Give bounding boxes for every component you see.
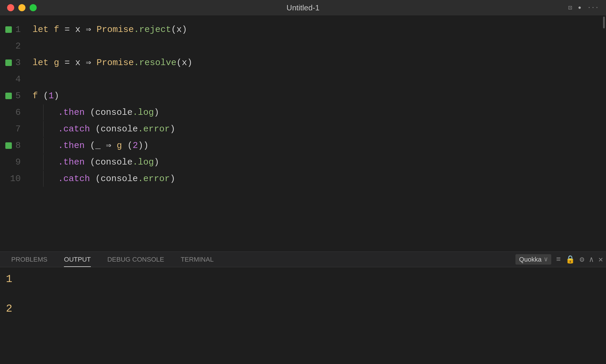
- code-line-9: .then (console.log): [33, 154, 606, 170]
- tab-terminal-label: TERMINAL: [181, 256, 214, 263]
- code-editor[interactable]: let f = x ⇒ Promise.reject(x) let g = x …: [27, 15, 606, 252]
- output-source-selector[interactable]: Quokka ∨: [515, 254, 551, 265]
- paren-8b: (: [127, 140, 133, 152]
- line-num-5: 5: [15, 90, 21, 102]
- paren-10a: (: [95, 173, 101, 185]
- maximize-button[interactable]: [30, 4, 37, 11]
- then-method-9: .then: [58, 156, 90, 168]
- settings-icon[interactable]: ⚙: [580, 255, 584, 264]
- error-method-10: .error: [138, 173, 170, 185]
- paren-8a: (: [90, 140, 95, 152]
- paren-3: (: [176, 57, 182, 69]
- close-button[interactable]: [7, 4, 14, 11]
- code-line-5: f (1): [33, 88, 606, 104]
- paren-9a: (: [90, 156, 95, 168]
- code-line-2: [33, 38, 606, 54]
- paren-1: (: [171, 24, 176, 36]
- tab-problems[interactable]: PROBLEMS: [3, 252, 56, 267]
- var-f: f: [54, 24, 65, 36]
- paren-10b: ): [170, 173, 175, 185]
- num-2: 2: [133, 140, 138, 152]
- line-row-2: 2: [0, 38, 27, 54]
- log-method-9: .log: [133, 156, 154, 168]
- code-line-7: .catch (console.error): [33, 121, 606, 137]
- close-panel-icon[interactable]: ✕: [598, 255, 603, 264]
- code-line-10: .catch (console.error): [33, 170, 606, 187]
- editor-scrollbar[interactable]: [602, 15, 606, 252]
- line-num-4: 4: [15, 73, 21, 86]
- code-line-1: let f = x ⇒ Promise.reject(x): [33, 21, 606, 38]
- line-numbers: 1 2 3 4 5 6 7 8: [0, 15, 27, 252]
- num-1: 1: [49, 90, 54, 102]
- arrow-1: ⇒: [86, 24, 96, 36]
- param-x-1b: x: [176, 24, 182, 36]
- console-10: console: [101, 173, 138, 185]
- promise-1: Promise: [96, 24, 134, 36]
- arrow-3: ⇒: [86, 57, 96, 69]
- paren-3b: ): [187, 57, 192, 69]
- call-f: f: [33, 90, 43, 102]
- output-num-2: 2: [6, 303, 21, 315]
- keyword-let-3: let: [33, 57, 54, 69]
- paren-7a: (: [95, 123, 101, 135]
- indent-6: [33, 107, 43, 119]
- breakpoint-1[interactable]: [5, 26, 12, 33]
- paren-6b: ): [154, 107, 159, 119]
- breakpoint-5[interactable]: [5, 93, 12, 99]
- titlebar-actions: ⊡ ● ···: [568, 4, 599, 12]
- paren-9b: ): [154, 156, 159, 168]
- line-num-1: 1: [15, 24, 21, 36]
- tab-terminal[interactable]: TERMINAL: [173, 252, 222, 267]
- resolve-method: .resolve: [134, 57, 176, 69]
- more-options-icon[interactable]: ···: [587, 4, 599, 12]
- log-method-6: .log: [133, 107, 154, 119]
- breakpoint-8[interactable]: [5, 142, 12, 149]
- output-line-2: 2: [6, 303, 600, 326]
- line-num-8: 8: [15, 140, 21, 152]
- reject-method: .reject: [134, 24, 171, 36]
- line-row-10: 10: [0, 170, 27, 187]
- paren-6a: (: [90, 107, 95, 119]
- tab-debug-label: DEBUG CONSOLE: [107, 256, 164, 263]
- clear-output-icon[interactable]: ≡: [556, 255, 561, 264]
- console-6: console: [95, 107, 133, 119]
- status-circle-icon: ●: [578, 5, 581, 11]
- tab-output[interactable]: OUTPUT: [56, 252, 99, 267]
- breakpoint-3[interactable]: [5, 59, 12, 66]
- tab-debug-console[interactable]: DEBUG CONSOLE: [99, 252, 173, 267]
- indent-8b: [47, 140, 58, 152]
- line-num-7: 7: [15, 123, 21, 135]
- catch-method-10: .catch: [58, 173, 95, 185]
- line-num-3: 3: [15, 57, 21, 69]
- tab-output-label: OUTPUT: [64, 256, 91, 263]
- output-line-1: 1: [6, 273, 600, 297]
- chevron-up-icon[interactable]: ∧: [589, 255, 594, 264]
- panel-tabbar: PROBLEMS OUTPUT DEBUG CONSOLE TERMINAL Q…: [0, 252, 606, 267]
- op-eq-1: =: [65, 24, 75, 36]
- scrollbar-thumb[interactable]: [603, 17, 605, 28]
- line-row-9: 9: [0, 154, 27, 170]
- titlebar: Untitled-1 ⊡ ● ···: [0, 0, 606, 15]
- output-panel: PROBLEMS OUTPUT DEBUG CONSOLE TERMINAL Q…: [0, 252, 606, 364]
- tab-problems-label: PROBLEMS: [11, 256, 47, 263]
- chevron-down-icon[interactable]: ∨: [544, 255, 548, 263]
- promise-3: Promise: [96, 57, 134, 69]
- minimize-button[interactable]: [18, 4, 25, 11]
- line-row-1: 1: [0, 21, 27, 38]
- line-num-9: 9: [15, 156, 21, 168]
- quokka-label: Quokka: [519, 256, 541, 263]
- indent-8: [33, 140, 43, 152]
- console-7: console: [101, 123, 138, 135]
- indent-9b: [47, 156, 58, 168]
- indent-10b: [47, 173, 58, 185]
- call-g-8: g: [117, 140, 127, 152]
- split-editor-icon[interactable]: ⊡: [568, 4, 572, 12]
- line-row-5: 5: [0, 88, 27, 104]
- line-num-6: 6: [15, 107, 21, 119]
- keyword-let-1: let: [33, 24, 54, 36]
- lock-icon[interactable]: 🔒: [565, 255, 575, 264]
- output-num-1: 1: [6, 273, 21, 285]
- line-row-7: 7: [0, 121, 27, 137]
- output-content: 1 2: [0, 267, 606, 364]
- traffic-lights: [7, 4, 37, 11]
